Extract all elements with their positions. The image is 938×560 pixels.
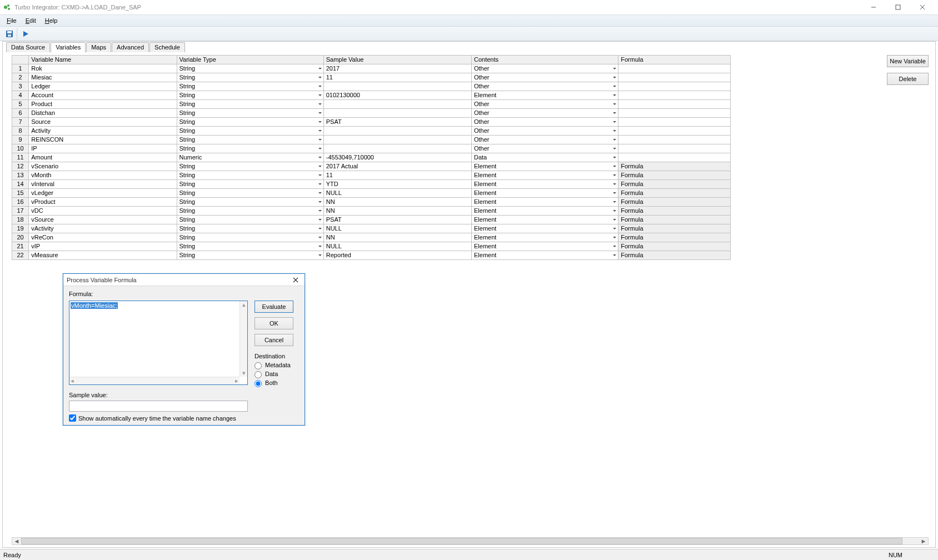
row-number[interactable]: 11 [12, 153, 29, 162]
row-number[interactable]: 8 [12, 127, 29, 136]
sample-value-cell[interactable]: PSAT [323, 118, 471, 127]
sample-value-cell[interactable] [323, 100, 471, 109]
sample-value-cell[interactable]: 11 [323, 171, 471, 180]
variable-name-cell[interactable]: vIP [29, 242, 177, 251]
variable-type-cell[interactable]: String [177, 91, 323, 100]
sample-value-cell[interactable]: YTD [323, 180, 471, 189]
chevron-down-icon[interactable] [317, 136, 323, 144]
row-number[interactable]: 12 [12, 162, 29, 171]
dest-both-radio[interactable]: Both [255, 378, 299, 387]
chevron-down-icon[interactable] [317, 73, 323, 82]
variable-name-cell[interactable]: Source [29, 118, 177, 127]
chevron-down-icon[interactable] [611, 136, 618, 144]
table-row[interactable]: 8ActivityStringOther [12, 127, 731, 136]
variable-name-cell[interactable]: REINSCON [29, 136, 177, 144]
chevron-down-icon[interactable] [611, 242, 618, 251]
variable-type-cell[interactable]: String [177, 144, 323, 153]
contents-cell[interactable]: Element [471, 198, 618, 207]
chevron-down-icon[interactable] [611, 109, 618, 117]
run-button[interactable] [19, 28, 32, 40]
chevron-down-icon[interactable] [611, 162, 618, 171]
variable-type-cell[interactable]: String [177, 180, 323, 189]
contents-cell[interactable]: Element [471, 224, 618, 233]
sample-value-cell[interactable]: -4553049,710000 [323, 153, 471, 162]
sample-value-cell[interactable] [323, 144, 471, 153]
col-header-formula[interactable]: Formula [618, 56, 731, 64]
chevron-down-icon[interactable] [317, 207, 323, 215]
variable-name-cell[interactable]: Distchan [29, 109, 177, 118]
dest-data-radio[interactable]: Data [255, 369, 299, 378]
contents-cell[interactable]: Element [471, 91, 618, 100]
contents-cell[interactable]: Other [471, 136, 618, 144]
chevron-down-icon[interactable] [611, 251, 618, 259]
chevron-down-icon[interactable] [317, 171, 323, 179]
variable-type-cell[interactable]: String [177, 216, 323, 224]
tab-schedule[interactable]: Schedule [149, 42, 185, 52]
table-row[interactable]: 20vReConStringNNElementFormula [12, 233, 731, 242]
row-number[interactable]: 21 [12, 242, 29, 251]
chevron-down-icon[interactable] [611, 224, 618, 233]
table-row[interactable]: 17vDCStringNNElementFormula [12, 207, 731, 216]
close-button[interactable] [910, 0, 935, 14]
variable-name-cell[interactable]: vDC [29, 207, 177, 216]
row-number[interactable]: 22 [12, 251, 29, 260]
contents-cell[interactable]: Element [471, 216, 618, 224]
variable-name-cell[interactable]: vMonth [29, 171, 177, 180]
save-button[interactable] [3, 28, 16, 40]
variable-name-cell[interactable]: vActivity [29, 224, 177, 233]
formula-scroll-h[interactable]: ◂▸ [69, 377, 240, 384]
chevron-down-icon[interactable] [611, 189, 618, 197]
col-header-sample[interactable]: Sample Value [323, 56, 471, 64]
formula-cell[interactable]: Formula [618, 198, 731, 207]
variable-name-cell[interactable]: Ledger [29, 82, 177, 91]
contents-cell[interactable]: Other [471, 109, 618, 118]
variable-type-cell[interactable]: String [177, 136, 323, 144]
variable-name-cell[interactable]: vMeasure [29, 251, 177, 260]
formula-cell[interactable]: Formula [618, 242, 731, 251]
contents-cell[interactable]: Element [471, 242, 618, 251]
table-row[interactable]: 21vIPStringNULLElementFormula [12, 242, 731, 251]
contents-cell[interactable]: Element [471, 171, 618, 180]
variable-type-cell[interactable]: String [177, 171, 323, 180]
formula-cell[interactable]: Formula [618, 189, 731, 198]
contents-cell[interactable]: Data [471, 153, 618, 162]
table-row[interactable]: 19vActivityStringNULLElementFormula [12, 224, 731, 233]
variable-type-cell[interactable]: String [177, 100, 323, 109]
chevron-down-icon[interactable] [611, 82, 618, 91]
scroll-thumb[interactable] [21, 538, 902, 544]
variable-type-cell[interactable]: String [177, 162, 323, 171]
contents-cell[interactable]: Other [471, 144, 618, 153]
chevron-down-icon[interactable] [317, 153, 323, 162]
chevron-down-icon[interactable] [317, 118, 323, 126]
sample-value-cell[interactable]: PSAT [323, 216, 471, 224]
chevron-down-icon[interactable] [611, 127, 618, 135]
chevron-down-icon[interactable] [317, 100, 323, 108]
menu-help[interactable]: Help [41, 16, 62, 25]
tab-variables[interactable]: Variables [51, 42, 86, 53]
contents-cell[interactable]: Element [471, 251, 618, 260]
variable-name-cell[interactable]: Product [29, 100, 177, 109]
formula-cell[interactable]: Formula [618, 224, 731, 233]
chevron-down-icon[interactable] [317, 180, 323, 188]
variable-type-cell[interactable]: String [177, 251, 323, 260]
cancel-button[interactable]: Cancel [255, 334, 293, 346]
table-row[interactable]: 6DistchanStringOther [12, 109, 731, 118]
col-header-type[interactable]: Variable Type [177, 56, 323, 64]
sample-value-cell[interactable]: NULL [323, 189, 471, 198]
chevron-down-icon[interactable] [611, 144, 618, 153]
col-header-name[interactable]: Variable Name [29, 56, 177, 64]
chevron-down-icon[interactable] [317, 91, 323, 99]
formula-cell[interactable]: Formula [618, 251, 731, 260]
row-number[interactable]: 9 [12, 136, 29, 144]
row-number[interactable]: 4 [12, 91, 29, 100]
row-number[interactable]: 18 [12, 216, 29, 224]
contents-cell[interactable]: Element [471, 189, 618, 198]
row-number[interactable]: 3 [12, 82, 29, 91]
variable-name-cell[interactable]: Rok [29, 64, 177, 73]
variable-type-cell[interactable]: String [177, 82, 323, 91]
variable-name-cell[interactable]: vReCon [29, 233, 177, 242]
variable-name-cell[interactable]: IP [29, 144, 177, 153]
sample-value-cell[interactable]: NULL [323, 224, 471, 233]
sample-value-cell[interactable] [323, 136, 471, 144]
row-number[interactable]: 13 [12, 171, 29, 180]
